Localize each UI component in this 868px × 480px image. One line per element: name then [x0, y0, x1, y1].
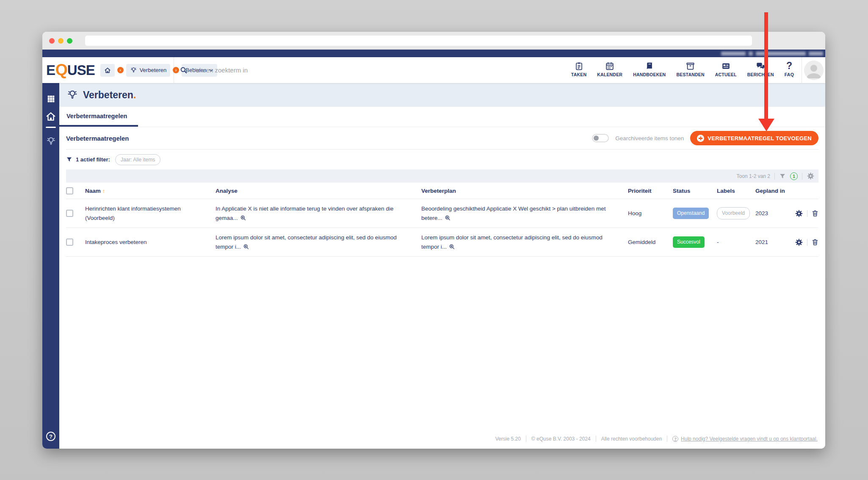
home-icon [45, 111, 56, 122]
tab-verbetermaatregelen[interactable]: Verbetermaatregelen [59, 107, 138, 127]
screenshot-stage: EQUSE › Verbeteren › [0, 0, 868, 480]
filter-count-badge: 1 [790, 172, 798, 180]
gear-icon[interactable] [807, 172, 815, 180]
url-bar[interactable] [85, 36, 752, 46]
nav-item-actueel[interactable]: ACTUEEL [715, 61, 737, 77]
home-icon [104, 67, 111, 74]
rights-label: Alle rechten voorbehouden [601, 436, 662, 442]
header-select [66, 183, 85, 199]
prioriteit-cell: Gemiddeld [628, 228, 673, 256]
search-icon [180, 66, 188, 74]
clipboard-icon [575, 61, 583, 71]
table-row: Herinrichten klant informatiesystemen (V… [66, 199, 818, 228]
add-verbetermaatregel-button[interactable]: VERBETERMAATREGEL TOEVOEGEN [690, 131, 818, 145]
question-circle-icon: ? [672, 436, 678, 442]
row-checkbox[interactable] [66, 210, 73, 217]
table-row: Intakeproces verbeteren Lorem ipsum dolo… [66, 228, 818, 257]
naam-cell[interactable]: Intakeproces verbeteren [85, 228, 216, 256]
breadcrumb-verbeteren[interactable]: Verbeteren [126, 64, 171, 77]
sidebar-item-home[interactable] [42, 108, 59, 125]
page-title-bar: Verbeteren. [59, 83, 825, 107]
close-window-button[interactable] [49, 38, 55, 44]
minimize-window-button[interactable] [58, 38, 64, 44]
archive-box-icon [686, 61, 695, 71]
equse-logo[interactable]: EQUSE [46, 61, 95, 80]
breadcrumb-home[interactable] [100, 64, 115, 77]
avatar-area [802, 57, 825, 83]
gear-icon[interactable] [795, 238, 803, 247]
label-chip: Voorbeeld [717, 207, 750, 219]
filter-funnel-icon [66, 156, 72, 163]
nav-label: FAQ [785, 72, 794, 77]
status-badge: Openstaand [673, 208, 709, 219]
column-header-status[interactable]: Status [673, 183, 717, 199]
column-header-naam[interactable]: Naam↑ [85, 183, 216, 199]
sidebar-item-apps[interactable] [42, 90, 59, 108]
zoom-in-icon[interactable] [449, 244, 455, 250]
lightbulb-icon [46, 136, 56, 147]
gepland-in-cell: 2023 [755, 199, 795, 228]
divider [802, 173, 802, 180]
trash-icon[interactable] [811, 238, 819, 246]
logo-q: Q [55, 61, 67, 79]
row-checkbox[interactable] [66, 239, 73, 246]
page-title: Verbeteren. [83, 89, 136, 101]
column-header-prioriteit[interactable]: Prioriteit [628, 183, 673, 199]
section-header-row: Verbetermaatregelen Gearchiveerde items … [66, 127, 818, 149]
app-header: EQUSE › Verbeteren › [42, 57, 825, 83]
maximize-window-button[interactable] [67, 38, 72, 44]
newspaper-icon [721, 61, 731, 71]
column-header-analyse[interactable]: Analyse [216, 183, 421, 199]
filter-funnel-icon[interactable] [779, 173, 786, 180]
divider [774, 173, 775, 180]
verbeterplan-cell: Lorem ipsum dolor sit amet, consectetur … [421, 228, 628, 256]
filter-chip-jaar[interactable]: Jaar: Alle items [115, 154, 160, 165]
lightbulb-icon [66, 89, 78, 101]
nav-item-taken[interactable]: TAKEN [571, 61, 586, 77]
help-link[interactable]: ? Hulp nodig? Veelgestelde vragen vindt … [672, 436, 818, 442]
divider [807, 210, 807, 217]
select-all-checkbox[interactable] [66, 187, 73, 194]
search-input[interactable] [192, 67, 370, 74]
avatar[interactable] [804, 61, 824, 80]
row-actions [795, 228, 819, 256]
plus-circle-icon [697, 135, 704, 142]
divider [526, 436, 526, 442]
column-header-labels[interactable]: Labels [717, 183, 755, 199]
nav-label: ACTUEEL [715, 72, 737, 77]
nav-item-bestanden[interactable]: BESTANDEN [676, 61, 704, 77]
column-header-gepland-in[interactable]: Gepland in [755, 183, 795, 199]
book-icon [645, 61, 654, 71]
table-toolbar: Toon 1-2 van 2 1 [66, 169, 818, 183]
archived-toggle[interactable] [592, 134, 609, 142]
version-label: Versie 5.20 [495, 436, 521, 442]
toggle-knob [594, 136, 599, 141]
divider [667, 436, 667, 442]
redacted-user-info [809, 52, 823, 55]
naam-cell[interactable]: Herinrichten klant informatiesystemen (V… [85, 199, 216, 228]
logo-use: USE [67, 62, 95, 78]
row-select-cell [66, 228, 85, 256]
zoom-in-icon[interactable] [243, 244, 249, 250]
zoom-in-icon[interactable] [445, 215, 451, 221]
zoom-in-icon[interactable] [240, 215, 246, 221]
search-area [174, 57, 567, 83]
column-header-verbeterplan[interactable]: Verbeterplan [421, 183, 628, 199]
annotation-arrow-line [764, 12, 768, 119]
sidebar-item-verbeteren[interactable] [42, 132, 59, 150]
prioriteit-cell: Hoog [628, 199, 673, 228]
nav-item-berichten[interactable]: BERICHTEN [747, 61, 774, 77]
copyright-label: © eQuse B.V. 2003 - 2024 [531, 436, 591, 442]
nav-item-handboeken[interactable]: HANDBOEKEN [633, 61, 666, 77]
table-header-row: Naam↑ Analyse Verbeterplan Prioriteit St… [66, 183, 818, 199]
trash-icon[interactable] [811, 209, 819, 217]
footer: Versie 5.20 © eQuse B.V. 2003 - 2024 All… [66, 430, 818, 449]
gear-icon[interactable] [795, 209, 803, 218]
nav-item-kalender[interactable]: KALENDER [597, 61, 622, 77]
nav-item-faq[interactable]: ? FAQ [785, 61, 794, 77]
row-select-cell [66, 199, 85, 228]
tab-bar: Verbetermaatregelen [59, 107, 825, 127]
help-button[interactable]: ? [46, 432, 55, 441]
nav-label: BESTANDEN [676, 72, 704, 77]
status-cell: Openstaand [673, 199, 717, 228]
